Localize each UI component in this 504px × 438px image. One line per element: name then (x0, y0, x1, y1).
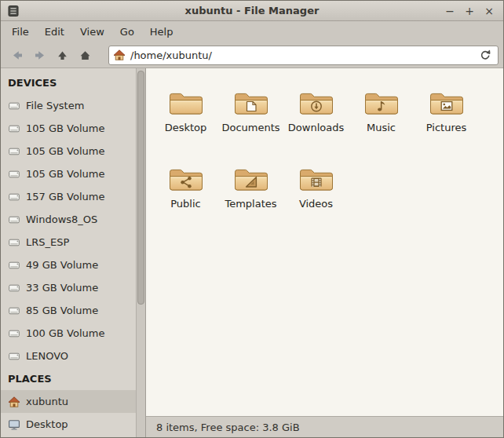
maximize-button[interactable]: + (462, 3, 477, 19)
drive-icon (8, 214, 20, 226)
device-33gb-volume[interactable]: 33 GB Volume (1, 276, 136, 299)
device-label: File System (26, 100, 84, 111)
drive-icon (8, 236, 20, 249)
place-label: Desktop (26, 418, 68, 430)
templates-folder-icon (232, 164, 270, 194)
drive-icon (8, 305, 20, 317)
device-file-system[interactable]: File System (1, 94, 136, 117)
file-label: Documents (221, 122, 279, 133)
device-label: LENOVO (26, 350, 68, 362)
place-label: xubuntu (26, 396, 68, 407)
file-desktop[interactable]: Desktop (153, 88, 218, 133)
sidebar-scrollbar-thumb[interactable] (137, 71, 144, 305)
titlebar[interactable]: xubuntu - File Manager − + × (1, 1, 503, 21)
home-button[interactable] (74, 45, 97, 65)
menu-edit[interactable]: Edit (37, 21, 72, 42)
back-button[interactable] (5, 45, 28, 65)
main-column: Desktop Documents Downloads Music Pictur… (146, 68, 503, 437)
file-music[interactable]: Music (349, 88, 414, 133)
device-label: 100 GB Volume (26, 327, 104, 339)
close-button[interactable]: × (481, 3, 497, 19)
file-documents[interactable]: Documents (218, 88, 283, 133)
desktop-icon (8, 418, 20, 431)
drive-icon (8, 282, 20, 294)
file-label: Music (367, 122, 396, 133)
drive-icon (8, 100, 20, 112)
content-area: DEVICES File System 105 GB Volume 105 GB… (1, 68, 503, 437)
devices-title: DEVICES (8, 77, 57, 89)
device-105gb-volume-2[interactable]: 105 GB Volume (1, 140, 136, 162)
address-text: /home/xubuntu/ (130, 49, 212, 61)
drive-icon (8, 350, 20, 363)
drive-icon (8, 259, 20, 272)
devices-section-header: DEVICES (1, 71, 136, 94)
file-videos[interactable]: Videos (283, 164, 349, 210)
downloads-folder-icon (298, 88, 335, 118)
file-label: Pictures (426, 122, 466, 133)
file-public[interactable]: Public (153, 164, 218, 210)
device-105gb-volume-3[interactable]: 105 GB Volume (1, 162, 136, 185)
minimize-button[interactable]: − (442, 3, 458, 19)
address-bar[interactable]: /home/xubuntu/ (108, 46, 499, 65)
up-button[interactable] (51, 45, 74, 65)
device-49gb-volume[interactable]: 49 GB Volume (1, 254, 136, 276)
device-85gb-volume[interactable]: 85 GB Volume (1, 299, 136, 322)
window-controls: − + × (442, 3, 497, 19)
device-label: 105 GB Volume (26, 168, 104, 180)
device-label: 49 GB Volume (26, 259, 98, 271)
places-section-header: PLACES (1, 367, 136, 390)
file-manager-window: xubuntu - File Manager − + × File Edit V… (0, 0, 504, 438)
file-label: Templates (225, 198, 276, 210)
places-title: PLACES (8, 373, 52, 385)
pictures-folder-icon (428, 88, 466, 118)
drive-icon (8, 168, 20, 181)
device-label: Windows8_OS (26, 214, 97, 225)
device-label: 33 GB Volume (26, 282, 98, 294)
reload-button[interactable] (477, 47, 494, 64)
file-manager-icon (7, 5, 20, 17)
drive-icon (8, 327, 20, 340)
home-icon (113, 49, 126, 61)
home-icon (8, 396, 20, 408)
public-folder-icon (167, 164, 205, 194)
statusbar-text: 8 items, Free space: 3.8 GiB (156, 422, 300, 433)
file-downloads[interactable]: Downloads (283, 88, 349, 133)
file-label: Downloads (288, 122, 344, 133)
toolbar: /home/xubuntu/ (1, 42, 503, 68)
file-label: Videos (299, 198, 333, 210)
menu-go[interactable]: Go (112, 21, 142, 42)
side-pane-rows: DEVICES File System 105 GB Volume 105 GB… (1, 71, 136, 436)
menu-file[interactable]: File (4, 21, 37, 42)
file-view[interactable]: Desktop Documents Downloads Music Pictur… (146, 68, 503, 416)
drive-icon (8, 191, 20, 203)
place-desktop[interactable]: Desktop (1, 413, 136, 436)
drive-icon (8, 145, 20, 158)
file-templates[interactable]: Templates (218, 164, 283, 210)
device-label: 105 GB Volume (26, 145, 104, 157)
menu-view[interactable]: View (72, 21, 112, 42)
device-lrs-esp[interactable]: LRS_ESP (1, 231, 136, 254)
menubar: File Edit View Go Help (1, 21, 503, 42)
device-lenovo[interactable]: LENOVO (1, 345, 136, 367)
place-xubuntu[interactable]: xubuntu (1, 390, 136, 413)
documents-folder-icon (232, 88, 270, 118)
file-label: Public (170, 198, 200, 210)
device-100gb-volume[interactable]: 100 GB Volume (1, 322, 136, 345)
device-label: 157 GB Volume (26, 191, 104, 203)
menu-help[interactable]: Help (142, 21, 181, 42)
drive-icon (8, 122, 20, 135)
device-105gb-volume-1[interactable]: 105 GB Volume (1, 117, 136, 140)
sidebar-scrollbar[interactable] (136, 68, 145, 437)
side-pane: DEVICES File System 105 GB Volume 105 GB… (1, 68, 146, 437)
device-label: 85 GB Volume (26, 305, 98, 316)
statusbar: 8 items, Free space: 3.8 GiB (146, 416, 503, 437)
device-157gb-volume[interactable]: 157 GB Volume (1, 185, 136, 208)
music-folder-icon (363, 88, 400, 118)
device-label: LRS_ESP (26, 236, 69, 248)
window-title: xubuntu - File Manager (1, 5, 503, 16)
forward-button[interactable] (28, 45, 51, 65)
videos-folder-icon (298, 164, 335, 194)
device-windows8-os[interactable]: Windows8_OS (1, 208, 136, 231)
device-label: 105 GB Volume (26, 122, 104, 134)
file-pictures[interactable]: Pictures (414, 88, 479, 133)
